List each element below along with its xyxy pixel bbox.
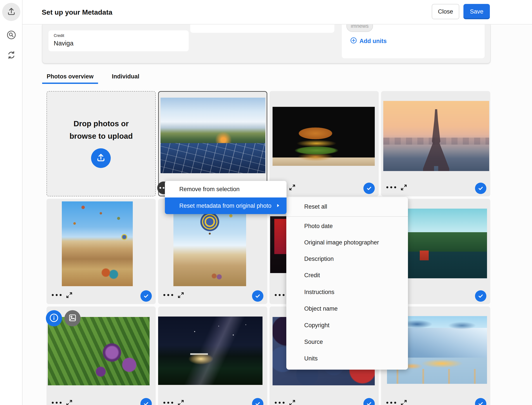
info-icon xyxy=(49,313,59,324)
submenu-item-units[interactable]: Units xyxy=(286,351,408,366)
sync-nav-button[interactable] xyxy=(2,46,20,64)
sync-icon xyxy=(6,50,16,61)
photo-card-night-camp xyxy=(158,306,267,405)
edited-image-badge[interactable] xyxy=(64,310,80,326)
submenu-item-reset-all[interactable]: Reset all xyxy=(286,199,408,215)
more-options-icon[interactable] xyxy=(52,294,62,296)
photo-card-balloon xyxy=(158,199,267,304)
more-options-icon[interactable] xyxy=(163,294,173,296)
selected-checkbox[interactable] xyxy=(252,290,263,302)
upload-nav-button[interactable] xyxy=(2,3,20,21)
search-icon xyxy=(6,30,16,41)
photo-card-burger xyxy=(270,91,379,196)
photo-card-cappadocia xyxy=(47,199,156,304)
photo-cappadocia-balloons[interactable] xyxy=(62,201,133,286)
drop-photos-dropzone[interactable]: Drop photos orbrowse to upload xyxy=(47,91,156,196)
header-bar: Set up your Metadata Close Save xyxy=(22,0,532,24)
active-tab-underline xyxy=(42,83,98,84)
expand-icon[interactable] xyxy=(289,184,296,191)
expand-icon[interactable] xyxy=(66,292,73,299)
photo-burger[interactable] xyxy=(273,107,375,166)
submenu-item-instructions[interactable]: Instructions xyxy=(286,284,408,300)
metadata-form-panel: Credit Naviga imnews Add units xyxy=(42,24,491,63)
more-options-icon[interactable] xyxy=(163,402,173,404)
menu-item-reset-metadata[interactable]: Reset metadata from original photo xyxy=(165,197,286,214)
selected-checkbox[interactable] xyxy=(475,183,486,194)
photo-card-solar xyxy=(158,91,267,196)
submenu-item-copyright[interactable]: Copyright xyxy=(286,317,408,333)
selected-checkbox[interactable] xyxy=(140,290,152,302)
menu-item-remove-from-selection[interactable]: Remove from selection xyxy=(165,181,286,197)
selected-checkbox[interactable] xyxy=(475,290,486,302)
photo-night-camp[interactable] xyxy=(158,317,262,385)
upload-icon xyxy=(6,7,16,17)
more-options-icon[interactable] xyxy=(275,402,285,404)
photo-plums-on-branch[interactable] xyxy=(48,317,150,385)
submenu-item-source[interactable]: Source xyxy=(286,334,408,350)
page-title: Set up your Metadata xyxy=(42,8,113,16)
expand-icon[interactable] xyxy=(400,399,407,405)
plus-circle-icon xyxy=(350,37,357,45)
selected-checkbox[interactable] xyxy=(252,398,263,405)
photo-hot-air-balloon[interactable] xyxy=(173,201,246,286)
more-options-icon[interactable] xyxy=(386,402,396,404)
credit-value: Naviga xyxy=(54,40,183,47)
more-options-icon[interactable] xyxy=(275,294,285,296)
expand-icon[interactable] xyxy=(177,292,184,299)
credit-field[interactable]: Credit Naviga xyxy=(48,30,189,51)
expand-icon[interactable] xyxy=(66,399,73,405)
upload-metadata-screen: Set up your Metadata Close Save Credit N… xyxy=(0,0,532,405)
expand-icon[interactable] xyxy=(177,399,184,405)
submenu-arrow-icon xyxy=(275,203,281,208)
submenu-item-photo-date[interactable]: Photo date xyxy=(286,218,408,234)
info-badge[interactable] xyxy=(46,310,62,326)
tab-photos-overview[interactable]: Photos overview xyxy=(42,70,98,83)
submenu-item-object-name[interactable]: Object name xyxy=(286,301,408,317)
tab-individual[interactable]: Individual xyxy=(107,70,144,83)
close-button[interactable]: Close xyxy=(432,4,459,19)
partial-input-field[interactable] xyxy=(190,24,334,33)
submenu-item-original-photographer[interactable]: Original image photographer xyxy=(286,235,408,250)
eiffel-tower-silhouette xyxy=(423,109,449,171)
save-button[interactable]: Save xyxy=(463,4,490,19)
image-icon xyxy=(68,313,77,324)
submenu-divider xyxy=(286,216,408,217)
expand-icon[interactable] xyxy=(400,184,407,191)
selected-checkbox[interactable] xyxy=(363,398,375,405)
more-options-icon[interactable] xyxy=(386,186,396,188)
upload-icon xyxy=(96,152,106,164)
more-options-icon[interactable] xyxy=(52,402,62,404)
photo-card-plums xyxy=(47,306,156,405)
selected-checkbox[interactable] xyxy=(140,398,152,405)
units-chip[interactable]: imnews xyxy=(346,24,373,32)
photo-card-paris xyxy=(381,91,490,196)
expand-icon[interactable] xyxy=(289,399,296,405)
submenu-item-description[interactable]: Description xyxy=(286,251,408,267)
photo-paris-eiffel-sunset[interactable] xyxy=(383,101,489,171)
add-units-button[interactable]: Add units xyxy=(350,37,386,45)
reset-metadata-submenu: Reset all Photo date Original image phot… xyxy=(286,197,408,370)
search-nav-button[interactable] xyxy=(2,26,20,44)
browse-upload-button[interactable] xyxy=(91,148,111,168)
selected-checkbox[interactable] xyxy=(475,398,486,405)
add-units-label: Add units xyxy=(359,38,386,45)
credit-label: Credit xyxy=(54,34,183,38)
sidebar xyxy=(0,0,22,405)
photo-context-menu: Remove from selection Reset metadata fro… xyxy=(165,181,286,214)
selected-checkbox[interactable] xyxy=(363,183,375,194)
submenu-item-credit[interactable]: Credit xyxy=(286,267,408,283)
photo-solar-panels-city[interactable] xyxy=(160,98,265,173)
dropzone-text: Drop photos orbrowse to upload xyxy=(47,117,155,142)
